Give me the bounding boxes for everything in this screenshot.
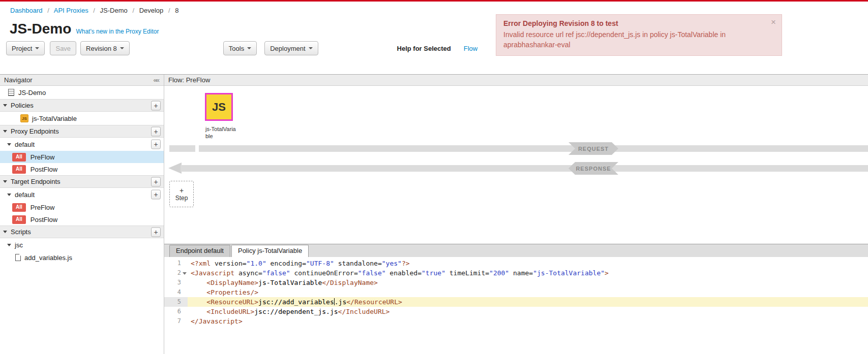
- navigator-header: Navigator ««: [0, 75, 164, 86]
- nav-item-label: jsc: [15, 241, 23, 249]
- breadcrumb-separator: /: [47, 7, 49, 14]
- line-number: 4: [164, 287, 188, 297]
- nav-item-label: add_variables.js: [24, 254, 72, 262]
- error-banner: Error Deploying Revision 8 to test Inval…: [496, 14, 782, 56]
- nav-section-target-endpoints[interactable]: Target Endpoints +: [0, 175, 164, 188]
- chevron-down-icon: [35, 47, 39, 49]
- response-flow-bar: [181, 165, 868, 172]
- code-line-1[interactable]: 1<?xml version="1.0" encoding="UTF-8" st…: [164, 259, 868, 268]
- code-line-5[interactable]: 5 <ResourceURL>jsc://add_variables.js</R…: [164, 297, 868, 307]
- chevron-down-icon[interactable]: [3, 231, 7, 233]
- code-editor[interactable]: 1<?xml version="1.0" encoding="UTF-8" st…: [164, 257, 868, 354]
- breadcrumb-proxy-name[interactable]: JS-Demo: [100, 7, 128, 14]
- line-number: 7: [164, 316, 188, 326]
- chevron-down-icon: [247, 47, 251, 49]
- policy-js-totalvariable-tab[interactable]: Policy js-TotalVariable: [231, 245, 309, 257]
- nav-item-target-default[interactable]: default +: [0, 188, 164, 201]
- nav-section-label: Scripts: [11, 228, 31, 236]
- navigator-panel: Navigator «« JS-Demo Policies + JS js-To…: [0, 75, 164, 354]
- tools-button[interactable]: Tools: [223, 41, 257, 55]
- nav-item-label: JS-Demo: [18, 89, 46, 96]
- deployment-button[interactable]: Deployment: [264, 41, 318, 55]
- breadcrumb-api-proxies[interactable]: API Proxies: [54, 7, 88, 14]
- endpoint-default-tab[interactable]: Endpoint default: [169, 245, 230, 257]
- all-conditions-badge: All: [12, 165, 26, 174]
- nav-item-proxy-default[interactable]: default +: [0, 138, 164, 151]
- line-number: 6: [164, 307, 188, 316]
- fold-arrow-icon[interactable]: [183, 272, 187, 275]
- code-line-6[interactable]: 6 <IncludeURL>jsc://dependent_js.js</Inc…: [164, 307, 868, 316]
- code-line-content: <Properties/>: [188, 287, 258, 297]
- nav-item-proxy-postflow[interactable]: All PostFlow: [0, 163, 164, 175]
- code-line-7[interactable]: 7</Javascript>: [164, 316, 868, 326]
- chevron-down-icon[interactable]: [7, 244, 11, 246]
- request-flow-bar: [169, 145, 195, 152]
- flow-help-link[interactable]: Flow: [464, 45, 477, 52]
- nav-item-label: PostFlow: [31, 216, 57, 223]
- revision-button-label: Revision 8: [86, 45, 117, 52]
- line-number: 1: [164, 259, 188, 268]
- add-proxy-flow-button[interactable]: +: [151, 140, 161, 149]
- nav-item-target-postflow[interactable]: All PostFlow: [0, 213, 164, 226]
- error-banner-title: Error Deploying Revision 8 to test: [503, 19, 764, 27]
- request-label: REQUEST: [568, 142, 618, 155]
- add-policy-button[interactable]: +: [151, 101, 161, 110]
- whats-new-link[interactable]: What's new in the Proxy Editor: [76, 28, 159, 35]
- add-proxy-endpoint-button[interactable]: +: [151, 126, 161, 136]
- line-number: 3: [164, 278, 188, 287]
- flow-panel-title: Flow: PreFlow: [168, 76, 210, 84]
- code-line-2[interactable]: 2<Javascript async="false" continueOnErr…: [164, 268, 868, 278]
- nav-section-policies[interactable]: Policies +: [0, 99, 164, 112]
- main-split: Navigator «« JS-Demo Policies + JS js-To…: [0, 74, 868, 354]
- nav-section-label: Proxy Endpoints: [11, 127, 59, 135]
- navigator-title: Navigator: [4, 76, 33, 84]
- code-line-content: <ResourceURL>jsc://add_variables.js</Res…: [188, 297, 868, 307]
- code-line-content: <?xml version="1.0" encoding="UTF-8" sta…: [188, 259, 410, 268]
- error-banner-message: Invalid resource url ref jsc://dependent…: [503, 29, 764, 50]
- chevron-down-icon[interactable]: [3, 130, 7, 133]
- deployment-button-label: Deployment: [270, 45, 305, 52]
- policy-node-label: js-TotalVariable: [205, 125, 236, 140]
- code-line-3[interactable]: 3 <DisplayName>js-TotalVariable</Display…: [164, 278, 868, 287]
- nav-section-label: Policies: [11, 102, 34, 109]
- breadcrumb-separator: /: [168, 7, 170, 14]
- breadcrumb-separator: /: [132, 7, 134, 14]
- chevron-down-icon[interactable]: [3, 180, 7, 183]
- chevron-down-icon[interactable]: [3, 104, 7, 107]
- nav-item-target-preflow[interactable]: All PreFlow: [0, 201, 164, 213]
- nav-item-label: PreFlow: [31, 153, 55, 161]
- chevron-down-icon[interactable]: [7, 143, 11, 146]
- breadcrumb-revision-number: 8: [175, 7, 178, 14]
- plus-icon: +: [179, 187, 184, 195]
- nav-item-jsc-folder[interactable]: jsc: [0, 238, 164, 251]
- close-icon[interactable]: ×: [771, 17, 776, 27]
- nav-item-js-demo[interactable]: JS-Demo: [0, 86, 164, 99]
- save-button[interactable]: Save: [50, 41, 76, 55]
- add-script-button[interactable]: +: [151, 227, 161, 237]
- policy-node-js[interactable]: JS: [205, 93, 233, 121]
- chevron-down-icon[interactable]: [7, 194, 11, 196]
- add-target-flow-button[interactable]: +: [151, 190, 161, 200]
- help-for-selected-label: Help for Selected: [397, 45, 451, 52]
- breadcrumb-develop[interactable]: Develop: [139, 7, 164, 14]
- add-target-endpoint-button[interactable]: +: [151, 177, 161, 186]
- code-line-content: <IncludeURL>jsc://dependent_js.js</Inclu…: [188, 307, 390, 316]
- collapse-navigator-icon[interactable]: ««: [154, 76, 160, 84]
- line-number: 2: [164, 268, 188, 278]
- flow-panel-header: Flow: PreFlow: [164, 75, 868, 86]
- response-arrow-icon: [168, 163, 182, 174]
- add-step-button[interactable]: + Step: [169, 181, 194, 207]
- nav-item-proxy-preflow[interactable]: All PreFlow: [0, 151, 164, 163]
- nav-item-add-variables-js[interactable]: add_variables.js: [0, 251, 164, 264]
- js-policy-icon: JS: [20, 114, 28, 122]
- nav-item-js-totalvariable[interactable]: JS js-TotalVariable: [0, 112, 164, 125]
- nav-item-label: default: [15, 141, 35, 148]
- project-button[interactable]: Project: [6, 41, 45, 55]
- code-line-4[interactable]: 4 <Properties/>: [164, 287, 868, 297]
- page-title: JS-Demo: [10, 21, 71, 37]
- project-button-label: Project: [12, 45, 32, 52]
- nav-section-proxy-endpoints[interactable]: Proxy Endpoints +: [0, 125, 164, 138]
- revision-button[interactable]: Revision 8: [80, 41, 130, 55]
- breadcrumb-dashboard[interactable]: Dashboard: [10, 7, 43, 14]
- nav-section-scripts[interactable]: Scripts +: [0, 226, 164, 238]
